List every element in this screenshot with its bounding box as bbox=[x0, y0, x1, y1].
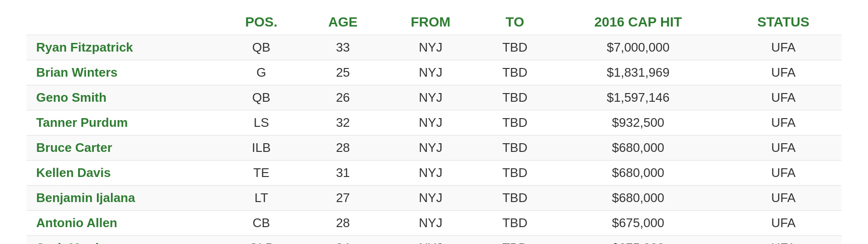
player-name: Geno Smith bbox=[27, 85, 219, 110]
header-name bbox=[27, 10, 219, 35]
table-row: Kellen DavisTE31NYJTBD$680,000UFA bbox=[27, 161, 841, 186]
player-name: Kellen Davis bbox=[27, 161, 219, 186]
player-from: NYJ bbox=[382, 60, 479, 85]
table-row: Brian WintersG25NYJTBD$1,831,969UFA bbox=[27, 60, 841, 85]
player-cap-hit: $675,000 bbox=[551, 236, 725, 244]
player-status: UFA bbox=[725, 211, 841, 236]
player-from: NYJ bbox=[382, 161, 479, 186]
player-from: NYJ bbox=[382, 136, 479, 161]
player-cap-hit: $675,000 bbox=[551, 211, 725, 236]
player-age: 24 bbox=[303, 236, 382, 244]
player-to: TBD bbox=[479, 211, 551, 236]
player-name: Brian Winters bbox=[27, 60, 219, 85]
header-to: TO bbox=[479, 10, 551, 35]
table-container: POS. AGE FROM TO 2016 CAP HIT STATUS Rya… bbox=[12, 0, 856, 244]
player-from: NYJ bbox=[382, 35, 479, 60]
player-cap-hit: $1,831,969 bbox=[551, 60, 725, 85]
table-row: Bruce CarterILB28NYJTBD$680,000UFA bbox=[27, 136, 841, 161]
player-from: NYJ bbox=[382, 186, 479, 211]
player-age: 28 bbox=[303, 211, 382, 236]
table-row: Tanner PurdumLS32NYJTBD$932,500UFA bbox=[27, 110, 841, 136]
table-row: Ryan FitzpatrickQB33NYJTBD$7,000,000UFA bbox=[27, 35, 841, 60]
header-age: AGE bbox=[303, 10, 382, 35]
player-age: 32 bbox=[303, 110, 382, 136]
player-name: Josh Martin bbox=[27, 236, 219, 244]
player-name: Antonio Allen bbox=[27, 211, 219, 236]
player-status: UFA bbox=[725, 85, 841, 110]
player-cap-hit: $1,597,146 bbox=[551, 85, 725, 110]
player-status: UFA bbox=[725, 186, 841, 211]
player-age: 33 bbox=[303, 35, 382, 60]
player-status: UFA bbox=[725, 161, 841, 186]
player-to: TBD bbox=[479, 136, 551, 161]
player-age: 28 bbox=[303, 136, 382, 161]
player-age: 26 bbox=[303, 85, 382, 110]
player-cap-hit: $680,000 bbox=[551, 161, 725, 186]
player-cap-hit: $680,000 bbox=[551, 186, 725, 211]
player-status: UFA bbox=[725, 35, 841, 60]
player-age: 27 bbox=[303, 186, 382, 211]
table-header-row: POS. AGE FROM TO 2016 CAP HIT STATUS bbox=[27, 10, 841, 35]
player-pos: TE bbox=[219, 161, 303, 186]
players-table: POS. AGE FROM TO 2016 CAP HIT STATUS Rya… bbox=[27, 10, 841, 244]
player-age: 25 bbox=[303, 60, 382, 85]
player-to: TBD bbox=[479, 60, 551, 85]
header-cap-hit: 2016 CAP HIT bbox=[551, 10, 725, 35]
player-to: TBD bbox=[479, 85, 551, 110]
header-pos: POS. bbox=[219, 10, 303, 35]
table-row: Benjamin IjalanaLT27NYJTBD$680,000UFA bbox=[27, 186, 841, 211]
table-row: Geno SmithQB26NYJTBD$1,597,146UFA bbox=[27, 85, 841, 110]
player-from: NYJ bbox=[382, 211, 479, 236]
player-status: UFA bbox=[725, 136, 841, 161]
player-name: Bruce Carter bbox=[27, 136, 219, 161]
player-pos: QB bbox=[219, 85, 303, 110]
player-status: UFA bbox=[725, 236, 841, 244]
player-name: Ryan Fitzpatrick bbox=[27, 35, 219, 60]
player-pos: OLB bbox=[219, 236, 303, 244]
player-name: Benjamin Ijalana bbox=[27, 186, 219, 211]
player-pos: CB bbox=[219, 211, 303, 236]
player-pos: LS bbox=[219, 110, 303, 136]
player-pos: LT bbox=[219, 186, 303, 211]
player-to: TBD bbox=[479, 35, 551, 60]
player-to: TBD bbox=[479, 236, 551, 244]
player-status: UFA bbox=[725, 60, 841, 85]
player-age: 31 bbox=[303, 161, 382, 186]
player-name: Tanner Purdum bbox=[27, 110, 219, 136]
player-cap-hit: $680,000 bbox=[551, 136, 725, 161]
player-to: TBD bbox=[479, 161, 551, 186]
player-from: NYJ bbox=[382, 110, 479, 136]
header-from: FROM bbox=[382, 10, 479, 35]
player-cap-hit: $932,500 bbox=[551, 110, 725, 136]
player-to: TBD bbox=[479, 110, 551, 136]
table-row: Antonio AllenCB28NYJTBD$675,000UFA bbox=[27, 211, 841, 236]
player-status: UFA bbox=[725, 110, 841, 136]
player-cap-hit: $7,000,000 bbox=[551, 35, 725, 60]
table-row: Josh MartinOLB24NYJTBD$675,000UFA bbox=[27, 236, 841, 244]
player-pos: ILB bbox=[219, 136, 303, 161]
header-status: STATUS bbox=[725, 10, 841, 35]
player-pos: G bbox=[219, 60, 303, 85]
player-from: NYJ bbox=[382, 85, 479, 110]
player-pos: QB bbox=[219, 35, 303, 60]
player-from: NYJ bbox=[382, 236, 479, 244]
player-to: TBD bbox=[479, 186, 551, 211]
